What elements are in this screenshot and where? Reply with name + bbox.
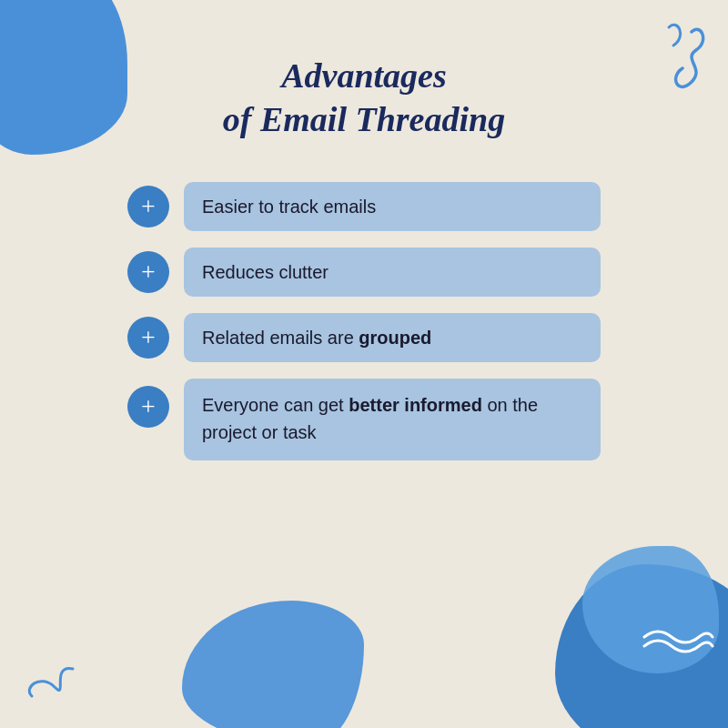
item-box-1: Easier to track emails [184,182,601,231]
list-item: + Easier to track emails [127,182,601,231]
item-box-4: Everyone can get better informed on the … [184,379,601,460]
item-label-2: Reduces clutter [202,262,329,283]
list-item: + Related emails are grouped [127,313,601,362]
plus-icon-4: + [127,386,169,428]
list-item: + Everyone can get better informed on th… [127,379,601,460]
plus-icon-2: + [127,251,169,293]
main-content: Advantages of Email Threading + Easier t… [0,0,728,728]
page-title: Advantages of Email Threading [223,55,505,141]
wave-bottom-right [635,619,717,655]
list-item: + Reduces clutter [127,248,601,297]
plus-icon-3: + [127,317,169,359]
item-label-4: Everyone can get better informed on the … [202,391,582,446]
item-label-3: Related emails are grouped [202,328,431,349]
advantages-list: + Easier to track emails + Reduces clutt… [127,182,601,460]
item-box-3: Related emails are grouped [184,313,601,362]
plus-icon-1: + [127,186,169,228]
item-box-2: Reduces clutter [184,248,601,297]
item-label-1: Easier to track emails [202,197,376,217]
page: Advantages of Email Threading + Easier t… [0,0,728,728]
